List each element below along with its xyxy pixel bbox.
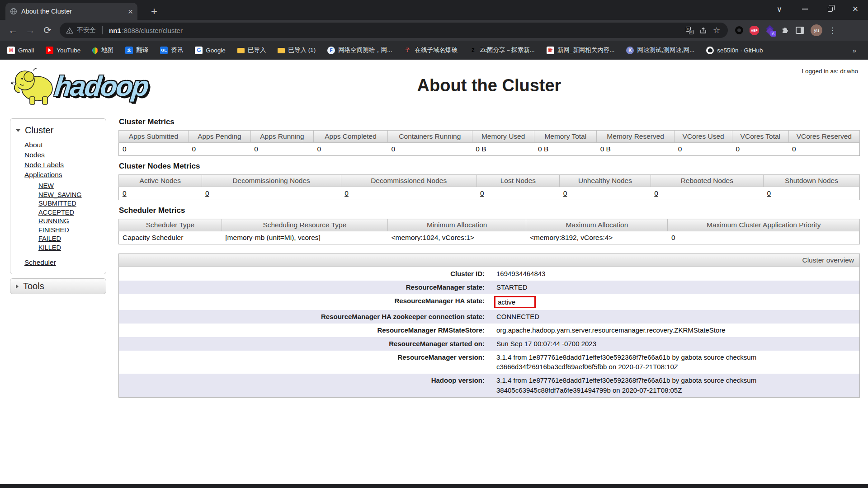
bookmarks-overflow-chevron[interactable]: » xyxy=(853,47,861,54)
column-header-active-nodes: Active Nodes xyxy=(119,175,202,187)
minimize-button[interactable] xyxy=(792,0,817,18)
cell-memory-total: 0 B xyxy=(534,143,597,156)
cell-apps-pending: 0 xyxy=(189,143,251,156)
link-lost-nodes[interactable]: 0 xyxy=(480,189,484,197)
bookmark-google[interactable]: GGoogle xyxy=(195,47,226,54)
bookmark-star-icon[interactable]: ☆ xyxy=(712,25,722,35)
bookmark-地图[interactable]: 地图 xyxy=(92,46,113,54)
tab-close-icon[interactable]: × xyxy=(128,7,133,16)
back-button[interactable]: ← xyxy=(5,22,22,39)
cluster-metrics-table: Apps SubmittedApps PendingApps RunningAp… xyxy=(118,130,860,156)
bookmark-gmail[interactable]: MGmail xyxy=(7,47,34,54)
sidebar-link-scheduler[interactable]: Scheduler xyxy=(24,258,106,267)
chevron-down-icon xyxy=(16,129,20,132)
column-header-memory-used: Memory Used xyxy=(472,131,534,143)
bookmark-youtube[interactable]: YouTube xyxy=(46,47,80,54)
zc-avatar-icon: Z xyxy=(469,47,477,54)
link-decommissioned-nodes[interactable]: 0 xyxy=(344,189,349,197)
bookmark-新网-新网相关内容[interactable]: 新新网_新网相关内容... xyxy=(547,46,615,54)
sidebar-link-state-submitted[interactable]: SUBMITTED xyxy=(38,199,106,208)
overview-value: 3.1.4 from 1e877761e8dadd71effef30e59236… xyxy=(489,374,860,397)
new-tab-button[interactable]: + xyxy=(147,5,161,18)
sidebar-link-applications[interactable]: Applications xyxy=(24,170,106,180)
bookmark-在线子域名爆破[interactable]: 子在线子域名爆破 xyxy=(404,46,458,54)
column-header-vcores-total: VCores Total xyxy=(732,131,789,143)
column-header-minimum-allocation: Minimum Allocation xyxy=(387,219,526,231)
overview-value: active xyxy=(489,294,860,310)
cell-memory-used: 0 B xyxy=(472,143,534,156)
bookmark-已导入[interactable]: 已导入 xyxy=(237,46,266,54)
cell-decommissioning-nodes: 0 xyxy=(202,187,341,200)
bookmark-网速测试-测网速-网[interactable]: K网速测试,测网速,网... xyxy=(626,46,694,54)
sidebar-link-state-killed[interactable]: KILLED xyxy=(38,244,106,253)
translate-page-icon[interactable]: G文 xyxy=(684,25,694,35)
cell-maximum-allocation: <memory:8192, vCores:4> xyxy=(526,231,668,244)
column-header-lost-nodes: Lost Nodes xyxy=(476,175,560,187)
address-bar[interactable]: 不安全 nn1 :8088/cluster/cluster G文 ☆ xyxy=(60,23,728,38)
link-rebooted-nodes[interactable]: 0 xyxy=(654,189,658,197)
cell-memory-reserved: 0 B xyxy=(597,143,675,156)
reload-button[interactable]: ⟳ xyxy=(39,22,56,39)
bookmark-资讯[interactable]: GE资讯 xyxy=(160,46,183,54)
bookmark-se55i0n-github[interactable]: se55i0n · GitHub xyxy=(706,47,763,54)
sidebar-link-node-labels[interactable]: Node Labels xyxy=(24,160,106,170)
cell-decommissioned-nodes: 0 xyxy=(341,187,476,200)
sidebar-link-state-new[interactable]: NEW xyxy=(38,182,106,191)
proxy-extension-icon[interactable]: 6 xyxy=(765,26,774,35)
sidebar-link-state-new-saving[interactable]: NEW_SAVING xyxy=(38,191,106,200)
sidebar-link-nodes[interactable]: Nodes xyxy=(24,150,106,160)
profile-avatar[interactable]: yu xyxy=(811,24,822,36)
github-icon xyxy=(706,47,714,54)
cell-minimum-allocation: <memory:1024, vCores:1> xyxy=(387,231,526,244)
restore-button[interactable] xyxy=(817,0,843,18)
sidebar-link-state-finished[interactable]: FINISHED xyxy=(38,226,106,235)
side-panel-icon[interactable] xyxy=(796,27,804,34)
cluster-nav-header[interactable]: Cluster xyxy=(10,122,106,140)
security-label[interactable]: 不安全 xyxy=(77,26,96,34)
window-controls: ∨ × xyxy=(767,0,868,18)
sidebar-link-about[interactable]: About xyxy=(24,140,106,150)
overview-row-resourcemanager-ha-zookeeper-connection-state: ResourceManager HA zookeeper connection … xyxy=(119,310,860,324)
sidebar: Cluster AboutNodesNode LabelsApplication… xyxy=(10,118,106,294)
bookmark-网络空间测绘-网[interactable]: F网络空间测绘，网... xyxy=(327,46,392,54)
sidebar-link-state-running[interactable]: RUNNING xyxy=(38,217,106,226)
browser-tab[interactable]: About the Cluster × xyxy=(5,3,137,20)
forward-button[interactable]: → xyxy=(22,22,39,39)
overview-label: ResourceManager HA state: xyxy=(119,294,490,310)
sidebar-link-state-failed[interactable]: FAILED xyxy=(38,235,106,244)
table-row: Capacity Scheduler[memory-mb (unit=Mi), … xyxy=(119,231,860,244)
cell-rebooted-nodes: 0 xyxy=(651,187,763,200)
sidebar-link-state-accepted[interactable]: ACCEPTED xyxy=(38,208,106,217)
column-header-rebooted-nodes: Rebooted Nodes xyxy=(651,175,763,187)
page-content: hadoop About the Cluster Logged in as: d… xyxy=(0,60,868,484)
hadoop-elephant-icon xyxy=(10,65,57,107)
xinnet-icon: 新 xyxy=(547,47,554,54)
overview-label: ResourceManager started on: xyxy=(119,337,490,351)
scheduler-metrics-table: Scheduler TypeScheduling Resource TypeMi… xyxy=(118,219,860,244)
tab-search-chevron-icon[interactable]: ∨ xyxy=(767,0,792,18)
adblock-plus-icon[interactable]: ABP xyxy=(750,26,759,35)
link-active-nodes[interactable]: 0 xyxy=(123,189,127,197)
column-header-apps-running: Apps Running xyxy=(250,131,313,143)
dark-extension-icon[interactable] xyxy=(735,26,743,34)
column-header-apps-submitted: Apps Submitted xyxy=(119,131,189,143)
cell-scheduling-resource-type: [memory-mb (unit=Mi), vcores] xyxy=(222,231,387,244)
bookmark-已导入-1[interactable]: 已导入 (1) xyxy=(278,46,316,54)
browser-menu-icon[interactable]: ⋮ xyxy=(829,26,836,35)
share-icon[interactable] xyxy=(698,25,708,35)
cluster-overview-table: Cluster overviewCluster ID:1694934464843… xyxy=(118,253,860,398)
overview-row-resourcemanager-version: ResourceManager version:3.1.4 from 1e877… xyxy=(119,351,860,374)
bookmark-label: se55i0n · GitHub xyxy=(717,47,763,54)
page-title: About the Cluster xyxy=(118,76,860,95)
bookmark-zc菌分享-探索新[interactable]: ZZc菌分享－探索新... xyxy=(469,46,535,54)
tools-nav-header[interactable]: Tools xyxy=(10,278,106,294)
cluster-nodes-metrics-heading: Cluster Nodes Metrics xyxy=(119,162,860,171)
link-unhealthy-nodes[interactable]: 0 xyxy=(563,189,567,197)
logged-in-as: Logged in as: dr.who xyxy=(802,68,858,75)
extensions-puzzle-icon[interactable] xyxy=(781,25,789,36)
link-shutdown-nodes[interactable]: 0 xyxy=(767,189,771,197)
close-button[interactable]: × xyxy=(843,0,868,18)
link-decommissioning-nodes[interactable]: 0 xyxy=(205,189,209,197)
bookmark-翻译[interactable]: 文翻译 xyxy=(125,46,148,54)
cluster-overview-header: Cluster overview xyxy=(119,254,860,267)
